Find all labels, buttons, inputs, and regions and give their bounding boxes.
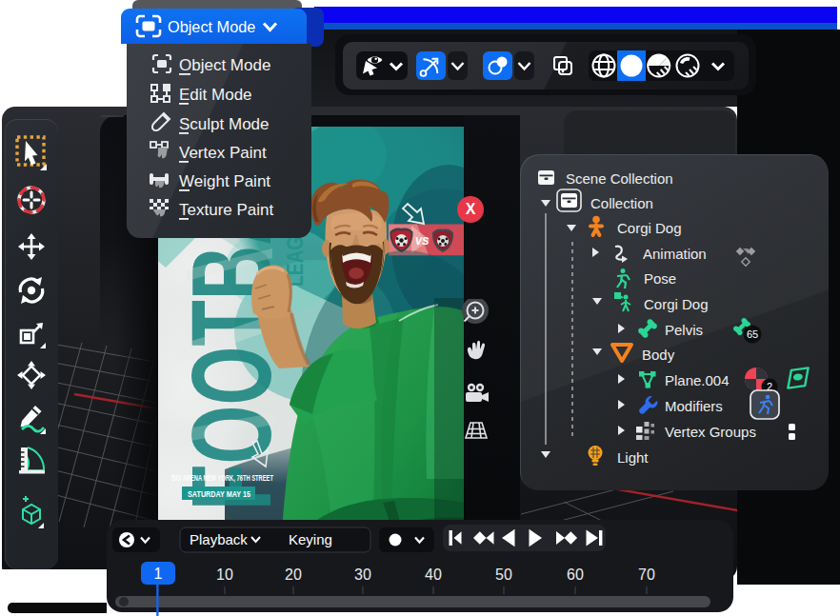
svg-text:Texture Paint: Texture Paint (179, 201, 273, 219)
svg-text:Light: Light (617, 449, 649, 466)
svg-text:Pelvis: Pelvis (665, 322, 703, 338)
svg-text:60: 60 (567, 566, 584, 583)
svg-text:50: 50 (495, 566, 512, 583)
svg-text:Edit Mode: Edit Mode (179, 86, 252, 104)
svg-text:Sculpt Mode: Sculpt Mode (179, 115, 270, 133)
svg-text:Keying: Keying (289, 531, 332, 547)
svg-text:40: 40 (425, 566, 442, 583)
svg-text:Pose: Pose (644, 270, 676, 287)
svg-text:Vertex Paint: Vertex Paint (179, 144, 267, 162)
svg-text:Plane.004: Plane.004 (665, 372, 730, 388)
svg-text:Playback: Playback (190, 531, 248, 547)
svg-text:70: 70 (638, 566, 655, 583)
svg-text:20: 20 (285, 566, 302, 583)
svg-text:30: 30 (354, 566, 371, 583)
svg-text:Vertex Groups: Vertex Groups (665, 424, 756, 440)
svg-text:Corgi Dog: Corgi Dog (617, 220, 682, 236)
svg-text:Corgi Dog: Corgi Dog (644, 296, 709, 312)
svg-text:1: 1 (154, 566, 163, 582)
svg-text:BIG ARENA NEW YORK, 76TH STREE: BIG ARENA NEW YORK, 76TH STREET (171, 473, 273, 483)
svg-text:Body: Body (642, 347, 675, 363)
svg-text:65: 65 (747, 328, 758, 340)
svg-text:Weight Paint: Weight Paint (179, 172, 270, 190)
svg-text:VS: VS (415, 235, 430, 247)
svg-text:Collection: Collection (590, 195, 653, 211)
svg-text:Object Mode: Object Mode (179, 56, 270, 74)
svg-text:Object Mode: Object Mode (168, 18, 255, 35)
svg-text:10: 10 (216, 566, 233, 583)
svg-text:Animation: Animation (643, 246, 707, 262)
svg-text:Scene Collection: Scene Collection (566, 170, 673, 187)
svg-text:Modifiers: Modifiers (665, 398, 723, 414)
svg-text:SATURDAY MAY 15: SATURDAY MAY 15 (188, 489, 250, 499)
